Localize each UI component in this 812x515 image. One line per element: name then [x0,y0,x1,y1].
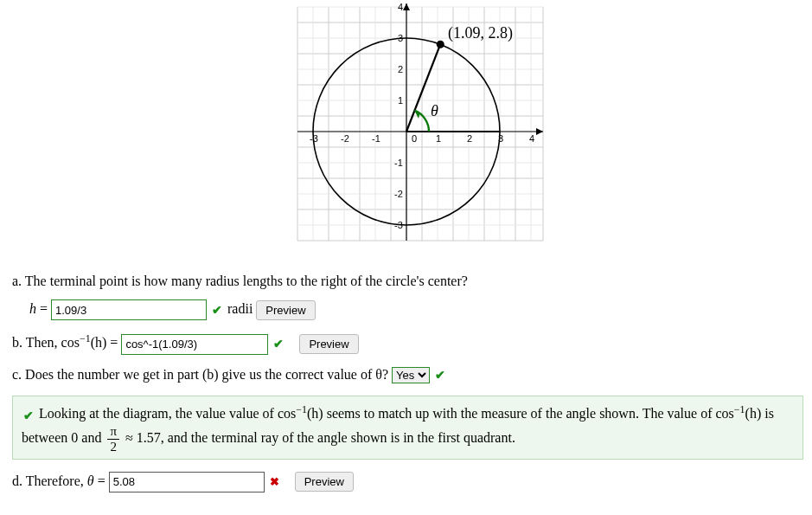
preview-button-d[interactable]: Preview [295,472,354,492]
part-c-prompt: c. Does the number we get in part (b) gi… [12,367,388,382]
part-d: d. Therefore, θ = ✖ Preview [12,472,803,492]
feedback-box: ✔ Looking at the diagram, the value valu… [12,396,803,459]
pi-over-2: π2 [107,425,119,454]
part-d-prompt-pre: d. Therefore, [12,473,87,487]
svg-marker-35 [536,128,543,135]
part-d-input[interactable] [109,472,265,492]
svg-text:1: 1 [436,133,441,144]
angle-theta-label: θ [431,102,438,119]
check-icon: ✔ [212,303,222,318]
preview-button-b[interactable]: Preview [299,334,358,354]
check-icon: ✔ [23,407,34,425]
terminal-point-label: (1.09, 2.8) [448,24,513,42]
check-icon: ✔ [273,337,284,351]
part-a: a. The terminal point is how many radius… [12,274,803,320]
part-a-unit: radii [227,301,256,316]
part-a-var: h [29,301,36,316]
svg-text:1: 1 [398,95,403,106]
part-b-prompt-pre: b. Then, cos [12,335,80,350]
coordinate-diagram: -3 -2 -1 0 1 2 3 4 4 3 2 1 -1 -2 -3 θ (1… [268,2,545,253]
part-b: b. Then, cos−1(h) = ✔ Preview [12,332,803,355]
part-b-input[interactable] [121,334,268,355]
svg-point-56 [436,41,444,48]
part-a-input[interactable] [51,299,207,320]
check-icon: ✔ [435,368,445,383]
svg-text:4: 4 [529,133,534,144]
part-d-var: θ [87,473,94,487]
x-icon: ✖ [270,475,279,489]
diagram-container: -3 -2 -1 0 1 2 3 4 4 3 2 1 -1 -2 -3 θ (1… [0,0,812,256]
svg-text:-1: -1 [394,158,403,168]
svg-text:2: 2 [398,64,403,74]
svg-text:0: 0 [412,133,417,144]
preview-button-a[interactable]: Preview [256,300,315,320]
svg-text:2: 2 [467,133,472,144]
svg-text:-2: -2 [341,133,349,144]
part-a-prompt: a. The terminal point is how many radius… [12,274,468,288]
svg-text:4: 4 [398,2,403,12]
part-c-select[interactable]: Yes No [392,367,430,383]
part-c: c. Does the number we get in part (b) gi… [12,367,803,384]
svg-text:-1: -1 [372,133,380,144]
svg-text:-2: -2 [394,189,403,199]
